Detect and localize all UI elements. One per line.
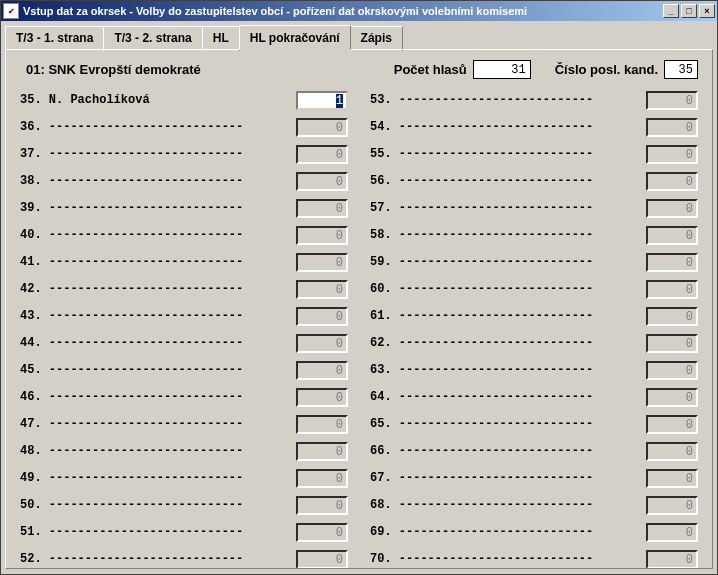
candidate-label: 37. ---------------------------	[20, 147, 296, 161]
candidate-label: 49. ---------------------------	[20, 471, 296, 485]
candidate-votes-input: 0	[646, 118, 698, 137]
candidate-votes-input: 0	[646, 415, 698, 434]
minimize-button[interactable]: _	[663, 4, 679, 18]
last-cand-group: Číslo posl. kand.	[555, 60, 698, 79]
candidate-label: 70. ---------------------------	[370, 552, 646, 566]
candidate-row: 52. ---------------------------0	[20, 550, 348, 568]
candidate-votes-input: 0	[296, 280, 348, 299]
candidate-votes-input: 0	[296, 145, 348, 164]
candidate-votes-input: 0	[296, 415, 348, 434]
candidate-row: 70. ---------------------------0	[370, 550, 698, 568]
tab-0[interactable]: T/3 - 1. strana	[5, 26, 104, 51]
candidate-label: 53. ---------------------------	[370, 93, 646, 107]
candidate-row: 38. ---------------------------0	[20, 172, 348, 190]
candidate-votes-input: 0	[646, 388, 698, 407]
tab-4[interactable]: Zápis	[350, 26, 403, 51]
candidate-votes-input: 0	[296, 469, 348, 488]
candidate-label: 67. ---------------------------	[370, 471, 646, 485]
candidate-row: 67. ---------------------------0	[370, 469, 698, 487]
candidate-label: 43. ---------------------------	[20, 309, 296, 323]
candidate-votes-input: 0	[646, 253, 698, 272]
candidate-label: 41. ---------------------------	[20, 255, 296, 269]
candidate-row: 62. ---------------------------0	[370, 334, 698, 352]
candidate-label: 63. ---------------------------	[370, 363, 646, 377]
tab-2[interactable]: HL	[202, 26, 240, 51]
candidate-votes-input[interactable]: 1	[296, 91, 348, 110]
candidate-row: 39. ---------------------------0	[20, 199, 348, 217]
candidate-votes-input: 0	[646, 361, 698, 380]
votes-input[interactable]	[473, 60, 531, 79]
candidate-row: 47. ---------------------------0	[20, 415, 348, 433]
candidate-votes-input: 0	[646, 442, 698, 461]
candidate-label: 52. ---------------------------	[20, 552, 296, 566]
candidate-label: 54. ---------------------------	[370, 120, 646, 134]
party-label: 01: SNK Evropští demokraté	[20, 62, 394, 77]
candidate-votes-input: 0	[646, 523, 698, 542]
candidate-votes-input: 0	[296, 118, 348, 137]
candidate-row: 36. ---------------------------0	[20, 118, 348, 136]
tab-1[interactable]: T/3 - 2. strana	[103, 26, 202, 51]
candidate-row: 66. ---------------------------0	[370, 442, 698, 460]
candidate-label: 50. ---------------------------	[20, 498, 296, 512]
candidate-row: 63. ---------------------------0	[370, 361, 698, 379]
candidate-label: 64. ---------------------------	[370, 390, 646, 404]
last-cand-input[interactable]	[664, 60, 698, 79]
candidate-label: 47. ---------------------------	[20, 417, 296, 431]
candidate-label: 68. ---------------------------	[370, 498, 646, 512]
candidate-row: 69. ---------------------------0	[370, 523, 698, 541]
candidate-row: 65. ---------------------------0	[370, 415, 698, 433]
candidate-row: 68. ---------------------------0	[370, 496, 698, 514]
candidate-row: 54. ---------------------------0	[370, 118, 698, 136]
candidate-row: 61. ---------------------------0	[370, 307, 698, 325]
candidate-votes-input: 0	[296, 496, 348, 515]
candidate-label: 42. ---------------------------	[20, 282, 296, 296]
candidate-label: 62. ---------------------------	[370, 336, 646, 350]
candidate-row: 60. ---------------------------0	[370, 280, 698, 298]
titlebar: ✔ Vstup dat za okrsek - Volby do zastupi…	[1, 1, 717, 21]
votes-label: Počet hlasů	[394, 62, 467, 77]
candidate-label: 45. ---------------------------	[20, 363, 296, 377]
candidate-label: 44. ---------------------------	[20, 336, 296, 350]
candidate-votes-input: 0	[646, 199, 698, 218]
maximize-button[interactable]: □	[681, 4, 697, 18]
candidate-label: 60. ---------------------------	[370, 282, 646, 296]
candidate-votes-input: 0	[646, 496, 698, 515]
candidate-votes-input: 0	[646, 172, 698, 191]
candidate-row: 35. N. Pacholíková1	[20, 91, 348, 109]
candidate-label: 65. ---------------------------	[370, 417, 646, 431]
candidate-row: 51. ---------------------------0	[20, 523, 348, 541]
candidate-votes-input: 0	[296, 172, 348, 191]
candidate-label: 39. ---------------------------	[20, 201, 296, 215]
candidate-label: 59. ---------------------------	[370, 255, 646, 269]
tab-3[interactable]: HL pokračování	[239, 25, 351, 50]
app-icon: ✔	[3, 3, 19, 19]
candidate-label: 56. ---------------------------	[370, 174, 646, 188]
candidate-row: 40. ---------------------------0	[20, 226, 348, 244]
candidate-label: 38. ---------------------------	[20, 174, 296, 188]
votes-group: Počet hlasů	[394, 60, 531, 79]
candidate-row: 44. ---------------------------0	[20, 334, 348, 352]
candidate-votes-input: 0	[296, 334, 348, 353]
candidate-label: 35. N. Pacholíková	[20, 93, 296, 107]
last-cand-label: Číslo posl. kand.	[555, 62, 658, 77]
titlebar-buttons: _ □ ×	[663, 4, 715, 18]
candidate-row: 37. ---------------------------0	[20, 145, 348, 163]
candidate-votes-input: 0	[646, 334, 698, 353]
candidate-votes-input: 0	[646, 145, 698, 164]
candidate-label: 40. ---------------------------	[20, 228, 296, 242]
candidate-votes-input: 0	[646, 91, 698, 110]
candidate-label: 58. ---------------------------	[370, 228, 646, 242]
close-button[interactable]: ×	[699, 4, 715, 18]
window-title: Vstup dat za okrsek - Volby do zastupite…	[23, 5, 663, 17]
candidate-row: 42. ---------------------------0	[20, 280, 348, 298]
tab-content: 01: SNK Evropští demokraté Počet hlasů Č…	[5, 49, 713, 569]
candidate-label: 48. ---------------------------	[20, 444, 296, 458]
candidate-votes-input: 0	[646, 550, 698, 569]
candidate-votes-input: 0	[296, 550, 348, 569]
candidate-row: 64. ---------------------------0	[370, 388, 698, 406]
candidate-row: 48. ---------------------------0	[20, 442, 348, 460]
candidate-row: 45. ---------------------------0	[20, 361, 348, 379]
column-right: 53. ---------------------------054. ----…	[348, 91, 698, 568]
candidate-columns: 35. N. Pacholíková136. -----------------…	[20, 91, 698, 568]
candidate-row: 46. ---------------------------0	[20, 388, 348, 406]
